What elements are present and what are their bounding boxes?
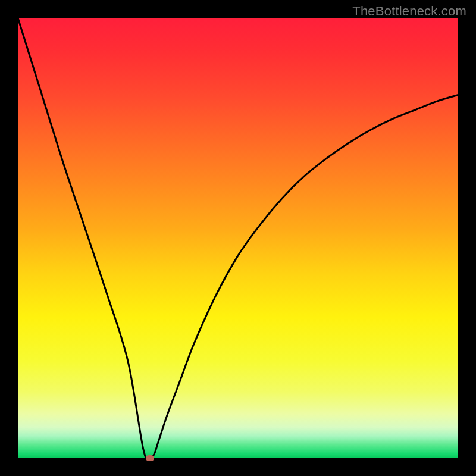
minimum-marker xyxy=(146,455,154,461)
bottleneck-curve xyxy=(18,18,458,458)
plot-area xyxy=(18,18,458,458)
watermark-text: TheBottleneck.com xyxy=(352,4,466,19)
chart-frame: TheBottleneck.com xyxy=(0,0,476,476)
